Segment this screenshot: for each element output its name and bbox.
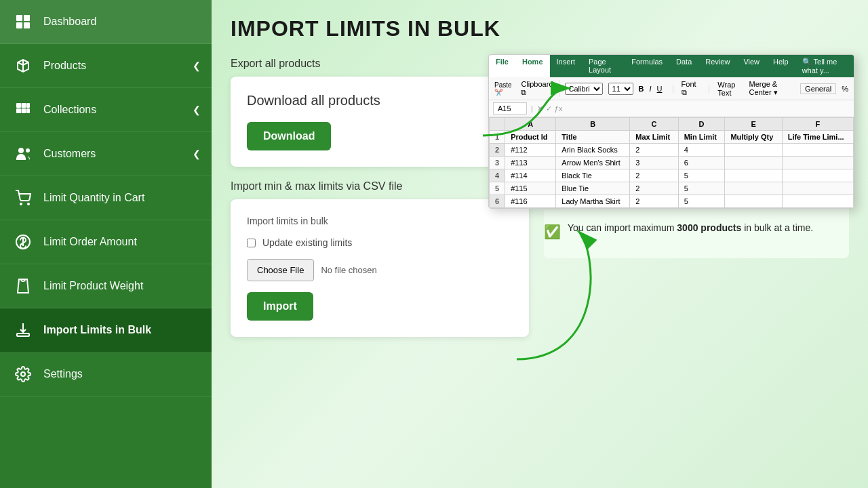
csv-preview-container: Downloaded CSV file File Home Insert Pag… [544, 58, 849, 73]
excel-tab-file[interactable]: File [489, 55, 515, 77]
dollar-icon [14, 232, 33, 251]
cell-min-limit: 5 [678, 182, 725, 195]
choose-file-button[interactable]: Choose File [247, 259, 314, 281]
row-num: 6 [490, 195, 505, 208]
cell-multiply-qty [725, 144, 782, 157]
toolbar-merge[interactable]: Merge & Center ▾ [749, 80, 795, 97]
cell-confirm[interactable]: ✓ [546, 104, 552, 113]
excel-tab-review[interactable]: Review [698, 55, 736, 77]
cell-min-limit: 5 [678, 169, 725, 182]
import-card: Import limits in bulk Update existing li… [231, 199, 529, 337]
toolbar-bold[interactable]: B [639, 85, 644, 93]
svg-rect-9 [26, 108, 30, 113]
weight-icon [14, 277, 33, 296]
svg-rect-0 [16, 15, 22, 21]
toolbar-underline[interactable]: U [657, 85, 663, 93]
col-header-e: E [725, 118, 782, 131]
sidebar-item-collections[interactable]: Collections ❮ [0, 88, 212, 132]
excel-tab-view[interactable]: View [736, 55, 766, 77]
excel-tab-formulas[interactable]: Formulas [625, 55, 669, 77]
excel-tab-help[interactable]: Help [766, 55, 795, 77]
excel-toolbar: Paste ✂️ Clipboard ⧉ Calibri 11 B I U Fo… [489, 77, 854, 100]
col-header-a: A [505, 118, 556, 131]
cell-multiply-qty [725, 195, 782, 208]
cell-max-limit: 2 [630, 195, 678, 208]
cell-cancel[interactable]: ✕ [537, 104, 543, 113]
download-button[interactable]: Download [247, 122, 331, 150]
sidebar-item-customers[interactable]: Customers ❮ [0, 132, 212, 176]
svg-rect-3 [24, 22, 30, 28]
sidebar-label-limit-quantity: Limit Quantity in Cart [43, 192, 144, 204]
toolbar-divider2 [707, 85, 709, 93]
svg-point-10 [18, 148, 24, 153]
header-lifetime: Life Time Limi... [782, 131, 853, 144]
svg-point-12 [20, 203, 22, 205]
cell-formula: ƒx [555, 104, 563, 113]
main-content: IMPORT LIMITS IN BULK Export all product… [212, 0, 868, 488]
row-num: 2 [490, 144, 505, 157]
excel-tab-insert[interactable]: Insert [550, 55, 583, 77]
update-limits-label: Update existing limits [262, 237, 352, 248]
svg-point-13 [28, 203, 29, 205]
cell-min-limit: 5 [678, 195, 725, 208]
export-card: Download all products Download [231, 77, 495, 167]
cell-lifetime [782, 169, 853, 182]
svg-rect-15 [17, 333, 29, 336]
header-title: Title [556, 131, 630, 144]
header-min-limit: Min Limit [678, 131, 725, 144]
cell-ref-bar: | ✕ ✓ ƒx [489, 100, 854, 117]
toolbar-italic[interactable]: I [649, 85, 651, 93]
sidebar-item-dashboard[interactable]: Dashboard [0, 0, 212, 44]
file-input-row: Choose File No file chosen [247, 259, 513, 281]
col-header-rownum [490, 118, 505, 131]
sidebar: Dashboard Products ❮ Collections ❮ [0, 0, 212, 488]
toolbar-general: General [800, 83, 836, 94]
row-num: 4 [490, 169, 505, 182]
font-select[interactable]: Calibri [565, 83, 603, 95]
kim-item-4: ✅ You can import maximum 3000 products i… [544, 221, 849, 242]
excel-tab-home[interactable]: Home [515, 55, 550, 77]
sidebar-item-products[interactable]: Products ❮ [0, 44, 212, 88]
sidebar-item-limit-weight[interactable]: Limit Product Weight [0, 264, 212, 308]
import-button[interactable]: Import [247, 292, 313, 321]
check-icon-4: ✅ [544, 222, 561, 242]
cell-multiply-qty [725, 182, 782, 195]
sidebar-item-settings[interactable]: Settings [0, 352, 212, 396]
svg-rect-6 [26, 103, 30, 108]
chevron-icon-customers: ❮ [193, 148, 201, 159]
cell-title: Arin Black Socks [556, 144, 630, 157]
svg-point-16 [21, 372, 25, 376]
sidebar-item-limit-quantity[interactable]: Limit Quantity in Cart [0, 176, 212, 220]
excel-tab-data[interactable]: Data [669, 55, 698, 77]
toolbar-font-label: Font ⧉ [682, 80, 699, 97]
cell-title: Blue Tie [556, 182, 630, 195]
update-limits-checkbox[interactable] [247, 239, 256, 247]
sidebar-label-limit-order: Limit Order Amount [43, 236, 137, 248]
cell-product-id: #114 [505, 169, 556, 182]
sidebar-label-settings: Settings [43, 368, 83, 380]
import-card-title: Import limits in bulk [247, 216, 513, 226]
sidebar-item-import-limits[interactable]: Import Limits in Bulk [0, 308, 212, 352]
svg-point-11 [26, 148, 30, 152]
sidebar-item-limit-order[interactable]: Limit Order Amount [0, 220, 212, 264]
cell-multiply-qty [725, 157, 782, 169]
font-size-select[interactable]: 11 [608, 83, 633, 95]
excel-tab-pagelayout[interactable]: Page Layout [582, 55, 625, 77]
users-icon [14, 144, 33, 163]
sidebar-label-limit-weight: Limit Product Weight [43, 280, 143, 292]
row-num: 3 [490, 157, 505, 169]
cell-max-limit: 2 [630, 182, 678, 195]
cell-reference-input[interactable] [493, 102, 527, 115]
toolbar-clipboard: Clipboard ⧉ [521, 80, 559, 97]
svg-rect-5 [22, 103, 26, 108]
svg-rect-7 [16, 108, 21, 113]
excel-ribbon: File Home Insert Page Layout Formulas Da… [489, 55, 854, 77]
svg-rect-1 [24, 15, 30, 21]
toolbar-wrap[interactable]: Wrap Text [717, 81, 743, 97]
export-card-title: Download all products [247, 93, 479, 108]
toolbar-percent[interactable]: % [842, 85, 848, 93]
download-icon [14, 321, 33, 340]
excel-tab-tellme[interactable]: 🔍 Tell me what y... [795, 55, 854, 77]
table-row: 4 #114 Black Tie 2 5 [490, 169, 854, 182]
export-section-label: Export all products [231, 58, 530, 70]
